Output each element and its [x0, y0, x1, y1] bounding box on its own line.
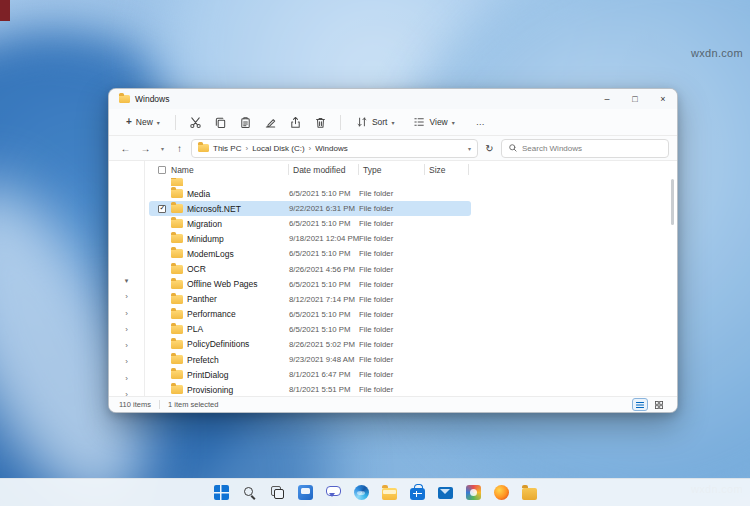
- edge-button[interactable]: [350, 481, 372, 505]
- row-checkbox[interactable]: [153, 356, 171, 364]
- paste-button[interactable]: [234, 112, 257, 133]
- chat-icon: [326, 485, 341, 500]
- column-header-name[interactable]: Name: [171, 164, 289, 175]
- tree-expander-icon[interactable]: ›: [109, 289, 144, 305]
- toolbar: + New ▾ Sort ▾ View ▾ …: [109, 109, 677, 136]
- file-row[interactable]: Prefetch 9/23/2021 9:48 AM File folder: [149, 352, 471, 367]
- column-header-size[interactable]: Size: [425, 164, 469, 175]
- row-checkbox[interactable]: [153, 205, 171, 213]
- tree-expander-icon[interactable]: ›: [109, 387, 144, 396]
- row-checkbox[interactable]: [153, 325, 171, 333]
- row-checkbox[interactable]: [153, 190, 171, 198]
- files-folder-button[interactable]: [518, 481, 540, 505]
- row-type: File folder: [359, 189, 425, 198]
- folder-icon: [171, 249, 183, 258]
- task-view-icon: [270, 485, 285, 500]
- mail-button[interactable]: [434, 481, 456, 505]
- address-bar[interactable]: This PC›Local Disk (C:)›Windows ▾: [191, 139, 478, 158]
- row-checkbox[interactable]: [153, 250, 171, 258]
- tree-expander-icon[interactable]: ›: [109, 354, 144, 370]
- breadcrumb-item[interactable]: Local Disk (C:): [252, 144, 304, 153]
- breadcrumb-item[interactable]: This PC: [213, 144, 241, 153]
- file-area: Name Date modified Type Size Media 6/5/2…: [145, 161, 677, 396]
- tree-expander-icon[interactable]: ›: [109, 306, 144, 322]
- photos-icon: [466, 485, 481, 500]
- file-row[interactable]: Microsoft.NET 9/22/2021 6:31 PM File fol…: [149, 201, 471, 216]
- new-button[interactable]: + New ▾: [119, 114, 167, 130]
- search-box[interactable]: [501, 139, 669, 158]
- rename-button[interactable]: [259, 112, 282, 133]
- row-checkbox[interactable]: [153, 280, 171, 288]
- photos-button[interactable]: [462, 481, 484, 505]
- row-checkbox[interactable]: [153, 340, 171, 348]
- file-row[interactable]: Minidump 9/18/2021 12:04 PM File folder: [149, 231, 471, 246]
- up-button[interactable]: ↑: [171, 139, 188, 157]
- cut-button[interactable]: [184, 112, 207, 133]
- close-button[interactable]: ×: [649, 89, 677, 109]
- chat-button[interactable]: [322, 481, 344, 505]
- file-row[interactable]: Media 6/5/2021 5:10 PM File folder: [149, 186, 471, 201]
- tree-expander-icon[interactable]: ›: [109, 371, 144, 387]
- maximize-button[interactable]: □: [621, 89, 649, 109]
- start-button[interactable]: [210, 481, 232, 505]
- task-view-button[interactable]: [266, 481, 288, 505]
- tree-expander-icon[interactable]: ▾: [109, 273, 144, 289]
- details-view-button[interactable]: [632, 398, 648, 411]
- file-row[interactable]: Provisioning 8/1/2021 5:51 PM File folde…: [149, 382, 471, 396]
- row-checkbox[interactable]: [153, 386, 171, 394]
- file-explorer-button[interactable]: [378, 481, 400, 505]
- share-button[interactable]: [284, 112, 307, 133]
- address-dropdown-icon[interactable]: ▾: [468, 145, 471, 152]
- breadcrumb-separator-icon: ›: [309, 144, 312, 153]
- file-row[interactable]: ModemLogs 6/5/2021 5:10 PM File folder: [149, 246, 471, 261]
- search-input[interactable]: [522, 144, 662, 153]
- row-checkbox[interactable]: [153, 235, 171, 243]
- column-header-date-modified[interactable]: Date modified: [289, 164, 359, 175]
- copy-button[interactable]: [209, 112, 232, 133]
- forward-button[interactable]: →: [137, 139, 154, 157]
- row-checkbox[interactable]: [153, 371, 171, 379]
- sort-button[interactable]: Sort ▾: [349, 113, 402, 131]
- taskbar: [0, 478, 750, 506]
- widgets-button[interactable]: [294, 481, 316, 505]
- file-row[interactable]: PLA 6/5/2021 5:10 PM File folder: [149, 322, 471, 337]
- row-checkbox[interactable]: [153, 310, 171, 318]
- minimize-button[interactable]: –: [593, 89, 621, 109]
- folder-icon: [171, 219, 183, 228]
- file-row[interactable]: Panther 8/12/2021 7:14 PM File folder: [149, 292, 471, 307]
- store-button[interactable]: [406, 481, 428, 505]
- file-row[interactable]: PrintDialog 8/1/2021 6:47 PM File folder: [149, 367, 471, 382]
- explorer-main: ▾››››››› Name Date modified Type Size Me…: [109, 161, 677, 396]
- back-button[interactable]: ←: [117, 139, 134, 157]
- titlebar[interactable]: Windows – □ ×: [109, 89, 677, 109]
- row-type: File folder: [359, 355, 425, 364]
- search-button[interactable]: [238, 481, 260, 505]
- view-button[interactable]: View ▾: [406, 113, 461, 131]
- file-row[interactable]: [149, 178, 471, 186]
- file-row[interactable]: Offline Web Pages 6/5/2021 5:10 PM File …: [149, 277, 471, 292]
- file-row[interactable]: OCR 8/26/2021 4:56 PM File folder: [149, 261, 471, 276]
- row-checkbox[interactable]: [153, 265, 171, 273]
- column-header-type[interactable]: Type: [359, 164, 425, 175]
- breadcrumb-item[interactable]: Windows: [315, 144, 347, 153]
- file-row[interactable]: Performance 6/5/2021 5:10 PM File folder: [149, 307, 471, 322]
- tree-expander-icon[interactable]: ›: [109, 338, 144, 354]
- delete-button[interactable]: [309, 112, 332, 133]
- tree-expander-icon[interactable]: ›: [109, 322, 144, 338]
- row-checkbox[interactable]: [153, 220, 171, 228]
- file-row[interactable]: PolicyDefinitions 8/26/2021 5:02 PM File…: [149, 337, 471, 352]
- file-row[interactable]: Migration 6/5/2021 5:10 PM File folder: [149, 216, 471, 231]
- navigation-pane: ▾›››››››: [109, 161, 145, 396]
- firefox-button[interactable]: [490, 481, 512, 505]
- row-type: File folder: [359, 219, 425, 228]
- recent-locations-button[interactable]: ▾: [157, 139, 168, 157]
- row-checkbox[interactable]: [153, 178, 171, 186]
- row-checkbox[interactable]: [153, 295, 171, 303]
- more-options-button[interactable]: …: [469, 114, 493, 130]
- refresh-button[interactable]: ↻: [481, 139, 498, 157]
- scrollbar-thumb[interactable]: [671, 179, 674, 225]
- select-all-checkbox[interactable]: [153, 164, 171, 175]
- scrollbar[interactable]: [671, 179, 675, 379]
- row-type: File folder: [359, 340, 425, 349]
- large-icons-view-button[interactable]: [651, 398, 667, 411]
